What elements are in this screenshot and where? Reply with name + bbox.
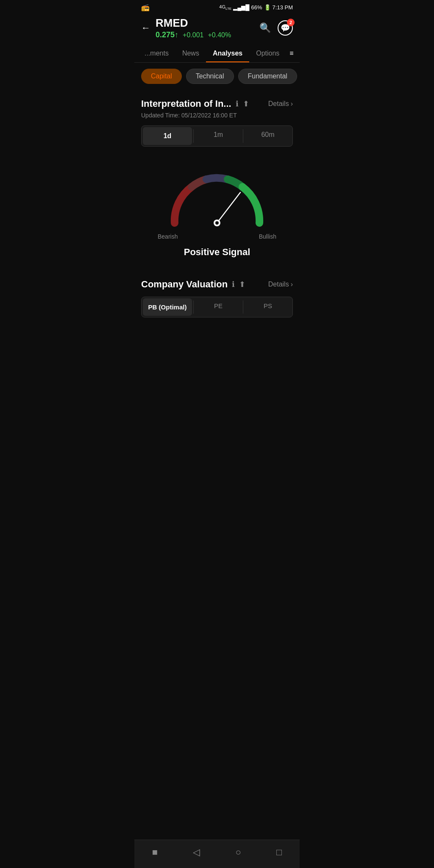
subtab-capital[interactable]: Capital [141,69,182,84]
chat-badge: 2 [287,19,295,26]
tab-analyses[interactable]: Analyses [206,45,249,62]
stock-price: 0.275↑ [156,31,178,39]
valuation-share-icon[interactable]: ⬆ [239,280,245,289]
back-button[interactable]: ← [141,22,150,33]
stock-header: ← RMED 0.275↑ +0.001 +0.40% 🔍 💬 2 [134,13,300,45]
bullish-label: Bullish [259,233,276,240]
valuation-title: Company Valuation [141,279,228,290]
tab-movements[interactable]: ...ments [138,45,175,62]
share-icon[interactable]: ⬆ [243,99,249,108]
status-right: 4GLTE ▂▄▆█ 66% 🔋 7:13 PM [219,4,293,11]
signal-bars: ▂▄▆█ [233,4,249,11]
valuation-details-label: Details [268,281,289,288]
tab-news[interactable]: News [175,45,206,62]
bearish-label: Bearish [158,233,178,240]
subtab-technical[interactable]: Technical [186,69,234,84]
valuation-header: Company Valuation ℹ ⬆ Details › [141,279,293,290]
stock-info: RMED 0.275↑ +0.001 +0.40% [156,17,231,39]
gauge-wrapper [158,164,276,231]
svg-line-0 [217,192,240,223]
time-display: 7:13 PM [273,4,293,11]
gauge-svg [158,164,276,231]
battery-level: 66% [251,4,262,11]
svg-point-2 [215,221,219,225]
time-selector: 1d 1m 60m [141,125,293,147]
val-tab-pe[interactable]: PE [194,297,243,317]
updated-time: Updated Time: 05/12/2022 16:00 ET [141,112,293,119]
search-button[interactable]: 🔍 [259,22,271,33]
valuation-details-link[interactable]: Details › [268,281,293,288]
gauge-labels: Bearish Bullish [158,233,276,240]
header-left: ← RMED 0.275↑ +0.001 +0.40% [141,17,231,39]
status-bar: 📻 4GLTE ▂▄▆█ 66% 🔋 7:13 PM [134,0,300,13]
nav-menu-button[interactable]: ≡ [286,45,297,62]
interpretation-section: Interpretation of In... ℹ ⬆ Details › Up… [134,90,300,147]
company-valuation-section: Company Valuation ℹ ⬆ Details › PB (Opti… [134,270,300,317]
stock-change-pct: +0.40% [208,31,231,39]
interpretation-details-label: Details [268,100,289,108]
info-icon[interactable]: ℹ [236,99,239,108]
val-tab-ps[interactable]: PS [243,297,292,317]
stock-symbol: RMED [156,17,231,30]
details-chevron: › [291,100,293,108]
time-1d[interactable]: 1d [143,127,192,145]
chat-button[interactable]: 💬 2 [278,20,293,36]
battery-icon: 🔋 [264,4,271,11]
val-tab-pb[interactable]: PB (Optimal) [143,298,192,316]
nav-tabs: ...ments News Analyses Options ≡ [134,45,300,63]
bottom-spacer [134,317,300,351]
stock-change: +0.001 [183,31,203,39]
status-left-icon: 📻 [141,3,150,11]
time-60m[interactable]: 60m [243,126,292,146]
time-1m[interactable]: 1m [194,126,243,146]
stock-price-row: 0.275↑ +0.001 +0.40% [156,31,231,39]
valuation-info-icon[interactable]: ℹ [232,280,235,289]
interpretation-details-link[interactable]: Details › [268,100,293,108]
subtab-fundamental[interactable]: Fundamental [238,69,297,84]
interpretation-title: Interpretation of In... [141,98,231,109]
header-right: 🔍 💬 2 [259,20,293,36]
valuation-tabs: PB (Optimal) PE PS [141,297,293,317]
tab-options[interactable]: Options [249,45,286,62]
gauge-container: Bearish Bullish Positive Signal [134,155,300,270]
signal-text: Positive Signal [184,247,250,258]
interpretation-header: Interpretation of In... ℹ ⬆ Details › [141,98,293,109]
valuation-details-chevron: › [291,281,293,288]
signal-icon: 4GLTE [219,4,231,11]
sub-tabs: Capital Technical Fundamental [134,63,300,90]
